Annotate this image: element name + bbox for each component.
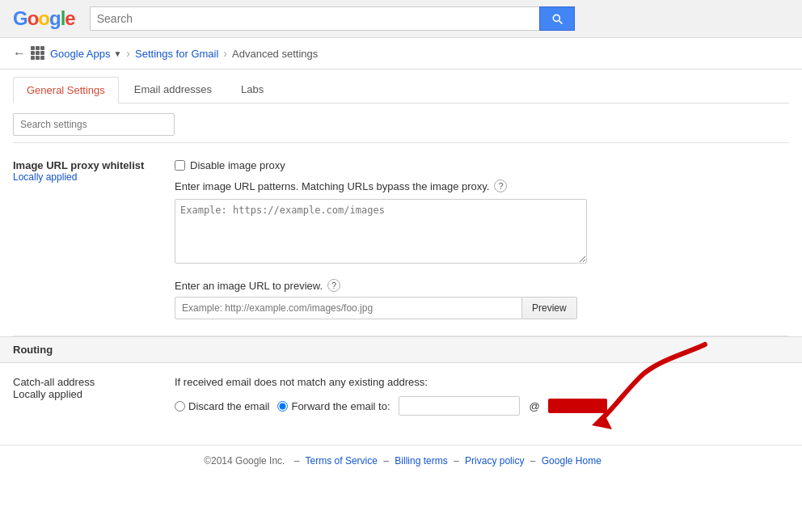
breadcrumb-sep-2: › (223, 47, 227, 60)
url-pattern-help-icon[interactable]: ? (494, 179, 507, 192)
catchall-email-input[interactable]: catchall (399, 396, 520, 416)
advanced-settings-label: Advanced settings (232, 48, 318, 60)
preview-help-icon[interactable]: ? (327, 279, 340, 292)
search-settings-row (13, 103, 789, 143)
discard-option: Discard the email (175, 400, 269, 412)
google-logo: Google (13, 7, 75, 30)
tabs-bar: General Settings Email addresses Labs (13, 70, 789, 103)
forward-label[interactable]: Forward the email to: (291, 400, 390, 412)
main-content: General Settings Email addresses Labs Im… (0, 70, 802, 429)
footer-home-link[interactable]: Google Home (542, 455, 602, 467)
footer-terms-link[interactable]: Terms of Service (306, 455, 378, 467)
forward-option: Forward the email to: (277, 400, 390, 412)
tab-email-addresses[interactable]: Email addresses (120, 76, 226, 103)
image-url-proxy-label: Image URL proxy whitelist Locally applie… (13, 159, 175, 319)
catch-all-radio-row: Discard the email Forward the email to: … (175, 396, 789, 416)
google-apps-link[interactable]: Google Apps ▼ (50, 48, 121, 60)
top-search-input[interactable] (90, 6, 539, 31)
breadcrumb: ← Google Apps ▼ › Settings for Gmail › A… (0, 38, 802, 70)
top-bar: Google (0, 0, 802, 38)
preview-row: Enter an image URL to preview. ? Preview (175, 279, 789, 319)
preview-button[interactable]: Preview (522, 297, 577, 319)
catch-all-label: Catch-all address Locally applied (13, 376, 175, 416)
preview-input-row: Preview (175, 297, 789, 319)
catch-all-locally-applied: Locally applied (13, 388, 158, 400)
disable-image-proxy-checkbox[interactable] (175, 160, 185, 171)
catch-all-title: Catch-all address (13, 376, 158, 388)
image-url-proxy-section: Image URL proxy whitelist Locally applie… (13, 143, 789, 336)
disable-image-proxy-row: Disable image proxy (175, 159, 789, 171)
google-apps-icon (31, 46, 45, 61)
footer: ©2014 Google Inc. – Terms of Service – B… (0, 445, 802, 476)
discard-label[interactable]: Discard the email (188, 400, 269, 412)
url-pattern-description: Enter image URL patterns. Matching URLs … (175, 179, 789, 192)
settings-for-gmail-link[interactable]: Settings for Gmail (135, 48, 218, 60)
footer-billing-link[interactable]: Billing terms (395, 455, 447, 467)
tab-labs[interactable]: Labs (227, 76, 277, 103)
image-url-proxy-content: Disable image proxy Enter image URL patt… (175, 159, 789, 319)
forward-radio[interactable] (277, 401, 288, 412)
catch-all-description: If received email does not match any exi… (175, 376, 789, 388)
preview-url-input[interactable] (175, 297, 522, 319)
image-url-proxy-title: Image URL proxy whitelist (13, 159, 158, 171)
catch-all-section: Catch-all address Locally applied If rec… (13, 363, 789, 429)
back-button[interactable]: ← (13, 46, 26, 61)
image-url-locally-applied: Locally applied (13, 171, 158, 183)
top-search-bar (90, 6, 575, 31)
breadcrumb-sep-1: › (126, 47, 130, 60)
catch-all-content: If received email does not match any exi… (175, 376, 789, 416)
disable-image-proxy-label[interactable]: Disable image proxy (190, 159, 285, 171)
domain-redacted (548, 399, 607, 413)
at-symbol: @ (530, 400, 540, 412)
footer-privacy-link[interactable]: Privacy policy (465, 455, 524, 467)
search-settings-input[interactable] (13, 113, 175, 136)
dropdown-arrow-icon: ▼ (113, 49, 121, 58)
tab-general-settings[interactable]: General Settings (13, 77, 119, 103)
routing-section-header: Routing (0, 336, 802, 363)
url-pattern-textarea[interactable] (175, 199, 587, 264)
discard-radio[interactable] (175, 401, 185, 412)
top-search-button[interactable] (539, 6, 575, 31)
preview-description: Enter an image URL to preview. ? (175, 279, 789, 292)
